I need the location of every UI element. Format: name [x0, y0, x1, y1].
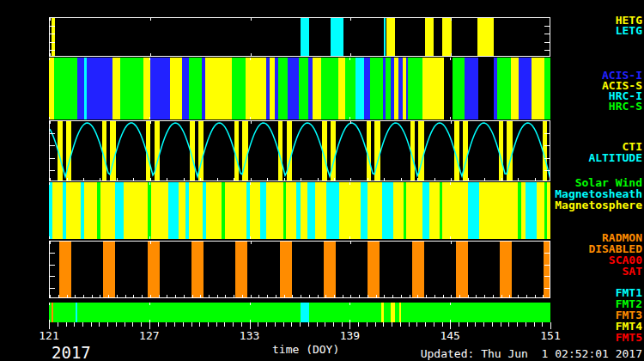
x-tick-dot — [49, 182, 50, 185]
segment-acis-s — [313, 58, 321, 119]
segment-magnetosheath — [326, 182, 339, 239]
band-telemetry-format — [49, 303, 550, 322]
y-tick — [50, 276, 55, 277]
y-tick — [50, 42, 55, 43]
bottom-tick — [518, 295, 519, 297]
x-minor-tick — [367, 322, 368, 327]
bottom-tick — [267, 178, 268, 180]
segment-hrc-s — [370, 58, 383, 119]
y-tick — [544, 265, 550, 266]
segment-fmt3 — [52, 303, 53, 322]
x-major-tick — [349, 322, 350, 329]
x-tick-dot — [251, 242, 252, 244]
bottom-tick — [225, 295, 226, 297]
x-minor-tick — [483, 322, 484, 327]
x-tick-dot — [349, 117, 350, 119]
bottom-tick — [501, 178, 502, 180]
segment-magnetosheath — [49, 182, 52, 239]
bottom-tick — [200, 178, 201, 180]
segment-none — [444, 58, 453, 119]
x-tick-dot — [251, 121, 252, 124]
x-minor-tick — [66, 322, 67, 327]
segment-hrc-s — [345, 58, 355, 119]
x-minor-tick — [526, 322, 526, 327]
segment-radmon-disabled — [500, 242, 512, 297]
bottom-tick — [493, 295, 494, 297]
x-tick-dot — [450, 303, 451, 305]
x-minor-tick — [258, 322, 258, 327]
x-minor-tick — [199, 322, 200, 327]
bottom-tick — [234, 295, 234, 297]
x-minor-tick — [459, 322, 459, 327]
x-minor-tick — [416, 322, 417, 327]
x-tick-dot — [50, 18, 51, 21]
band-cti-altitude — [49, 120, 550, 181]
bottom-tick — [368, 178, 368, 180]
x-minor-tick — [275, 322, 276, 327]
segment-magnetosheath — [246, 182, 250, 239]
bottom-tick — [501, 295, 502, 297]
x-minor-tick — [116, 322, 117, 327]
segment-acis-s — [246, 58, 266, 119]
y-tick — [544, 26, 550, 27]
x-tick-dot — [350, 121, 351, 124]
altitude-curve — [50, 121, 550, 180]
segment-solar-wind — [283, 182, 286, 239]
x-tick-dot — [350, 178, 351, 180]
x-minor-tick — [233, 322, 234, 327]
segment-letg — [331, 18, 343, 56]
bottom-tick — [100, 178, 100, 180]
x-tick-dot — [251, 53, 252, 56]
bottom-tick — [434, 295, 435, 297]
year-label: 2017 — [52, 343, 91, 361]
segment-letg — [301, 18, 309, 56]
bottom-tick — [133, 295, 134, 297]
y-tick — [50, 158, 55, 159]
x-tick-dot — [451, 295, 452, 297]
bottom-tick — [318, 295, 319, 297]
segment-hrc-s — [497, 58, 511, 119]
x-minor-tick — [501, 322, 501, 327]
bottom-tick — [217, 295, 218, 297]
x-minor-tick — [358, 322, 359, 327]
row-label-altitude: ALTITUDE — [588, 152, 642, 163]
bottom-tick — [108, 295, 109, 297]
bottom-tick — [117, 295, 118, 297]
bottom-tick — [83, 295, 84, 297]
bottom-tick — [92, 295, 93, 297]
x-tick-dot — [49, 303, 50, 305]
row-label-sat: SAT — [623, 266, 642, 277]
row-label-magnetosphere: Magnetosphere — [555, 199, 642, 211]
segment-acis-s — [422, 58, 444, 119]
bottom-tick — [301, 178, 301, 180]
segment-hetg — [477, 18, 494, 56]
x-minor-tick — [375, 322, 376, 327]
segment-solar-wind — [148, 182, 151, 239]
x-tick-dot — [451, 178, 452, 180]
segment-magnetosheath — [468, 182, 479, 239]
segment-radmon-disabled — [148, 242, 160, 297]
segment-none — [478, 58, 494, 119]
x-tick-dot — [150, 242, 151, 244]
segment-acis-i — [288, 58, 299, 119]
segment-solar-wind — [518, 182, 521, 239]
x-tick-dot — [150, 178, 151, 180]
y-tick — [50, 253, 55, 254]
bottom-tick — [125, 295, 126, 297]
x-minor-tick — [166, 322, 167, 327]
x-major-tick — [149, 322, 150, 329]
x-minor-tick — [392, 322, 392, 327]
bottom-tick — [200, 295, 201, 297]
x-minor-tick — [266, 322, 267, 327]
x-minor-tick — [325, 322, 325, 327]
bottom-tick — [368, 295, 368, 297]
bottom-tick — [133, 178, 134, 180]
timeline-plot: 2017 time (DOY) Updated: Thu Jun 1 02:52… — [0, 0, 644, 361]
bottom-tick — [384, 178, 385, 180]
bottom-tick — [117, 178, 118, 180]
segment-hrc-s — [408, 58, 422, 119]
x-tick-label: 133 — [240, 329, 259, 342]
x-minor-tick — [383, 322, 384, 327]
x-tick-dot — [350, 295, 351, 297]
segment-radmon-disabled — [191, 242, 204, 297]
